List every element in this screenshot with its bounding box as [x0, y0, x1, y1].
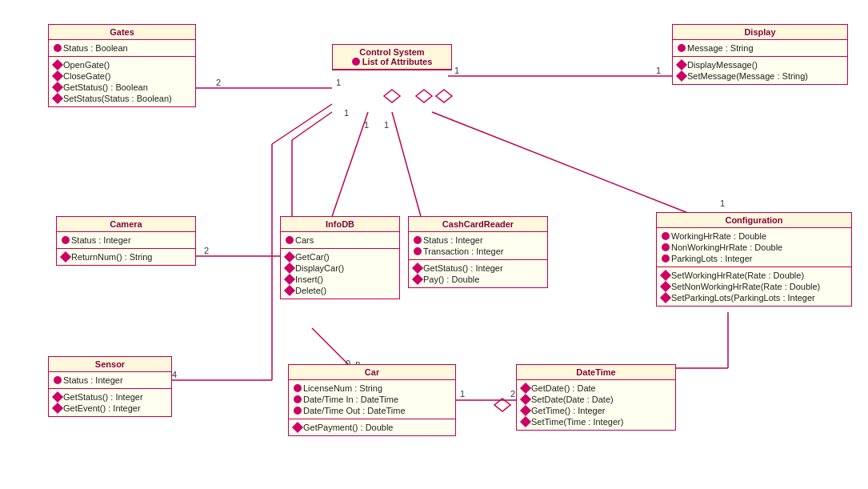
camera-attributes: Status : Integer [57, 232, 195, 249]
configuration-box: Configuration WorkingHrRate : Double Non… [656, 212, 852, 307]
svg-marker-16 [416, 90, 432, 102]
camera-title: Camera [57, 217, 195, 232]
svg-marker-17 [436, 90, 452, 102]
display-title: Display [673, 25, 847, 40]
svg-text:1: 1 [454, 66, 459, 75]
gates-attributes: Status : Boolean [49, 40, 195, 57]
svg-text:4: 4 [172, 370, 177, 379]
sensor-box: Sensor Status : Integer GetStatus() : In… [48, 356, 172, 417]
configuration-title: Configuration [657, 213, 851, 228]
control-system-box: Control System List of Attributes [332, 44, 452, 70]
svg-text:1: 1 [344, 108, 349, 118]
display-box: Display Message : String DisplayMessage(… [672, 24, 848, 85]
datetime-box: DateTime GetDate() : Date SetDate(Date :… [516, 364, 676, 431]
svg-text:1: 1 [460, 389, 465, 399]
svg-text:2: 2 [204, 246, 209, 255]
camera-box: Camera Status : Integer ReturnNum() : St… [56, 216, 196, 266]
car-methods: GetPayment() : Double [289, 419, 455, 435]
car-title: Car [289, 365, 455, 380]
infodb-box: InfoDB Cars GetCar() DisplayCar() Insert… [280, 216, 400, 299]
cashcardreader-attributes: Status : Integer Transaction : Integer [409, 232, 547, 260]
configuration-attributes: WorkingHrRate : Double NonWorkingHrRate … [657, 228, 851, 267]
infodb-title: InfoDB [281, 217, 399, 232]
control-system-title: Control System List of Attributes [333, 45, 451, 70]
cashcardreader-methods: GetStatus() : Integer Pay() : Double [409, 260, 547, 287]
svg-marker-15 [384, 90, 400, 102]
svg-text:1: 1 [364, 120, 369, 130]
gates-box: Gates Status : Boolean OpenGate() CloseG… [48, 24, 196, 107]
car-box: Car LicenseNum : String Date/Time In : D… [288, 364, 456, 436]
diagram-container: 2 1 1 1 2 4 1 1 1 0..n 1 2 1 Gates Statu… [0, 0, 868, 489]
gates-title: Gates [49, 25, 195, 40]
svg-text:1: 1 [384, 120, 389, 130]
svg-text:1: 1 [720, 198, 725, 208]
sensor-methods: GetStatus() : Integer GetEvent() : Integ… [49, 389, 171, 416]
infodb-attributes: Cars [281, 232, 399, 249]
datetime-methods: GetDate() : Date SetDate(Date : Date) Ge… [517, 380, 675, 430]
display-methods: DisplayMessage() SetMessage(Message : St… [673, 57, 847, 84]
car-attributes: LicenseNum : String Date/Time In : DateT… [289, 380, 455, 419]
svg-text:1: 1 [656, 66, 661, 75]
display-attributes: Message : String [673, 40, 847, 57]
cashcardreader-title: CashCardReader [409, 217, 547, 232]
svg-text:1: 1 [336, 78, 341, 87]
svg-text:2: 2 [510, 389, 515, 399]
camera-methods: ReturnNum() : String [57, 249, 195, 265]
svg-line-11 [312, 328, 352, 368]
sensor-title: Sensor [49, 357, 171, 372]
gates-methods: OpenGate() CloseGate() GetStatus() : Boo… [49, 57, 195, 106]
cashcardreader-box: CashCardReader Status : Integer Transact… [408, 216, 548, 288]
configuration-methods: SetWorkingHrRate(Rate : Double) SetNonWo… [657, 267, 851, 306]
sensor-attributes: Status : Integer [49, 372, 171, 389]
svg-line-10 [272, 104, 332, 144]
svg-line-3 [392, 112, 424, 228]
svg-line-4 [432, 112, 696, 216]
datetime-title: DateTime [517, 365, 675, 380]
infodb-methods: GetCar() DisplayCar() Insert() Delete() [281, 249, 399, 299]
svg-marker-31 [494, 399, 510, 411]
svg-line-7 [292, 112, 332, 140]
svg-text:2: 2 [216, 78, 221, 87]
svg-line-2 [328, 112, 368, 228]
